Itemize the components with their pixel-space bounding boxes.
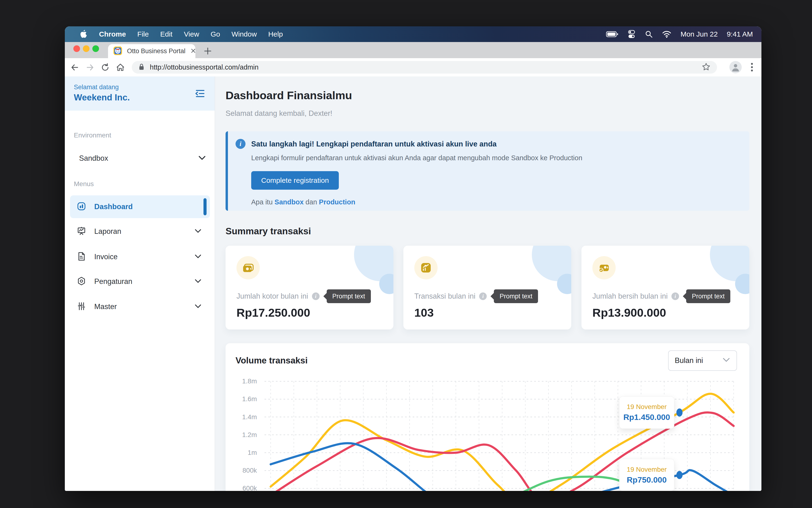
production-link[interactable]: Production <box>319 198 355 206</box>
sidebar-item-label: Pengaturan <box>94 277 186 286</box>
home-icon[interactable] <box>113 61 128 74</box>
card-label: Jumlah kotor bulan ini <box>237 292 308 300</box>
sandbox-link[interactable]: Sandbox <box>274 198 303 206</box>
page-content: Selamat datang Weekend Inc. Environment … <box>65 77 761 491</box>
environment-value: Sandbox <box>79 154 198 163</box>
banner-title: Satu langkah lagi! Lengkapi pendaftaran … <box>251 140 497 149</box>
y-axis-labels: 1.8m1.6m1.4m1.2m1m800k600k <box>230 364 257 491</box>
sidebar-greeting: Selamat datang <box>74 84 119 91</box>
tooltip: Prompt text <box>494 289 538 303</box>
menus-label: Menus <box>74 180 94 188</box>
complete-registration-button[interactable]: Complete registration <box>251 171 339 190</box>
wallet-check-icon <box>592 256 616 280</box>
bookmark-star-icon[interactable] <box>701 62 711 73</box>
company-name: Weekend Inc. <box>74 93 130 102</box>
chart-tooltip: 19 NovemberRp1.450.000 <box>619 396 674 429</box>
series-green <box>474 477 734 491</box>
y-tick: 1.8m <box>230 377 257 385</box>
chart-tooltip: 19 NovemberRp750.000 <box>619 459 674 491</box>
active-indicator <box>204 198 207 215</box>
address-bar[interactable]: http://ottobusinessportal.com/admin <box>132 61 717 74</box>
menubar-item-edit[interactable]: Edit <box>160 30 173 38</box>
sidebar-item-label: Laporan <box>94 227 186 236</box>
chevron-down-icon <box>194 304 202 309</box>
window-minimize-button[interactable] <box>83 45 89 52</box>
card-label: Jumlah bersih bulan ini <box>592 292 668 300</box>
chart-marker[interactable] <box>676 409 683 417</box>
menubar-item-window[interactable]: Window <box>231 30 257 38</box>
control-center-icon[interactable] <box>627 30 636 39</box>
sidebar-item-laporan[interactable]: Laporan <box>70 220 210 243</box>
otto-favicon <box>113 46 122 56</box>
summary-heading: Summary transaksi <box>225 226 311 237</box>
browser-tab[interactable]: Otto Business Portal <box>108 44 196 58</box>
chevron-down-icon <box>194 254 202 260</box>
sidebar-item-dashboard[interactable]: Dashboard <box>70 195 210 218</box>
tab-close-icon[interactable] <box>190 48 196 55</box>
sidebar-header: Selamat datang Weekend Inc. <box>65 77 215 111</box>
sidebar: Selamat datang Weekend Inc. Environment … <box>65 77 215 491</box>
menubar-date[interactable]: Mon Jun 22 <box>680 30 718 38</box>
summary-card-transactions: Transaksi bulan ini i Prompt text 103 <box>403 246 571 330</box>
card-value: Rp17.250.000 <box>237 306 310 319</box>
chevron-down-icon <box>198 155 206 161</box>
sidebar-item-pengaturan[interactable]: Pengaturan <box>70 270 210 293</box>
menubar-app-name[interactable]: Chrome <box>99 30 126 38</box>
battery-icon[interactable] <box>606 31 618 38</box>
reload-icon[interactable] <box>97 61 113 74</box>
y-tick: 1.2m <box>230 431 257 439</box>
page-title: Dashboard Finansialmu <box>225 89 352 102</box>
summary-card-gross: Jumlah kotor bulan ini i Prompt text Rp1… <box>225 246 393 330</box>
window-zoom-button[interactable] <box>92 45 99 52</box>
y-tick: 800k <box>230 467 257 474</box>
banner-footnote: Apa itu Sandbox dan Production <box>251 198 355 206</box>
tooltip-date: 19 November <box>627 466 667 473</box>
menubar-item-go[interactable]: Go <box>211 30 220 38</box>
menubar-item-view[interactable]: View <box>184 30 199 38</box>
spotlight-search-icon[interactable] <box>645 30 653 38</box>
macos-menubar: Chrome File Edit View Go Window Help Mon… <box>65 26 761 42</box>
summary-card-net: Jumlah bersih bulan ini i Prompt text Rp… <box>582 246 749 330</box>
banknote-icon <box>237 256 260 280</box>
invoice-icon <box>77 252 86 262</box>
apple-icon[interactable] <box>80 30 88 39</box>
back-icon[interactable] <box>67 61 82 74</box>
tooltip-value: Rp1.450.000 <box>624 413 670 422</box>
lock-icon[interactable] <box>138 63 145 72</box>
menubar-time[interactable]: 9:41 AM <box>727 30 753 38</box>
tooltip-value: Rp750.000 <box>627 475 667 484</box>
sidebar-item-invoice[interactable]: Invoice <box>70 246 210 268</box>
chevron-down-icon <box>194 228 202 234</box>
browser-menu-icon[interactable] <box>747 61 757 73</box>
menubar-item-file[interactable]: File <box>137 30 148 38</box>
url-text[interactable]: http://ottobusinessportal.com/admin <box>150 64 701 71</box>
chart-marker[interactable] <box>676 471 683 479</box>
profile-avatar[interactable] <box>729 61 742 73</box>
info-icon[interactable]: i <box>479 292 487 300</box>
sliders-icon <box>77 301 86 312</box>
sidebar-item-label: Master <box>94 302 186 311</box>
y-tick: 600k <box>230 484 257 491</box>
info-icon[interactable]: i <box>312 292 319 300</box>
forward-icon[interactable] <box>82 61 97 74</box>
info-icon[interactable]: i <box>672 292 679 300</box>
chevron-down-icon <box>722 357 730 364</box>
menubar-item-help[interactable]: Help <box>268 30 283 38</box>
registration-banner: i Satu langkah lagi! Lengkapi pendaftara… <box>225 131 749 211</box>
tab-title: Otto Business Portal <box>127 47 185 55</box>
sidebar-collapse-icon[interactable] <box>194 87 206 100</box>
chevron-down-icon <box>194 279 202 284</box>
window-close-button[interactable] <box>73 45 80 52</box>
dashboard-icon <box>77 202 86 212</box>
sidebar-item-master[interactable]: Master <box>70 295 210 318</box>
tab-strip: Otto Business Portal <box>65 42 761 58</box>
wifi-icon[interactable] <box>662 30 672 38</box>
info-icon: i <box>236 139 246 149</box>
environment-selector[interactable]: Sandbox <box>74 150 206 167</box>
y-tick: 1.4m <box>230 413 257 421</box>
footnote-prefix: Apa itu <box>251 198 274 206</box>
tooltip: Prompt text <box>686 289 730 303</box>
banner-body: Lengkapi formulir pendaftaran untuk akti… <box>251 154 583 162</box>
new-tab-icon[interactable] <box>203 46 213 56</box>
settings-icon <box>77 276 86 287</box>
